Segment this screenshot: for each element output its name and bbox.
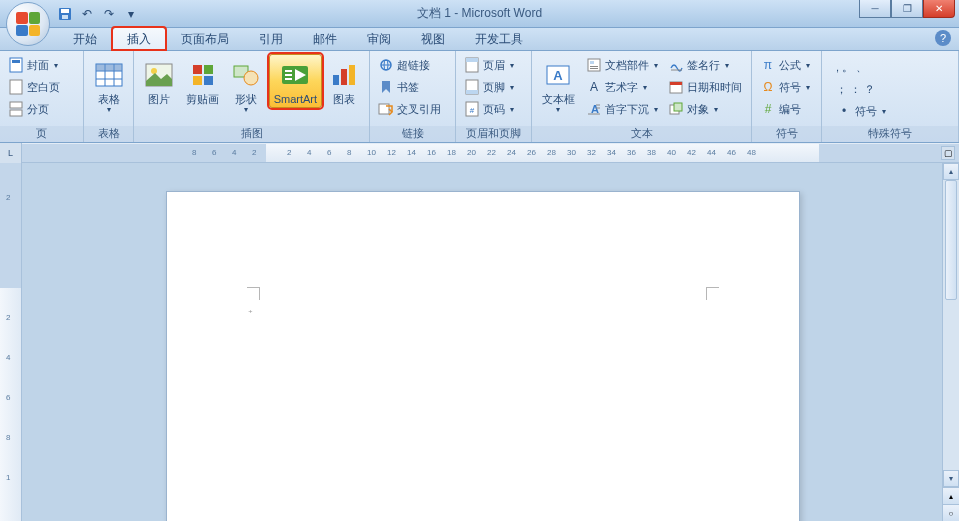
close-button[interactable]: ✕ xyxy=(923,0,955,18)
hyperlink-label: 超链接 xyxy=(397,58,430,73)
document-canvas[interactable]: ₊ xyxy=(22,163,959,521)
scroll-down-button[interactable]: ▾ xyxy=(943,470,959,487)
text-cursor: ₊ xyxy=(248,305,253,315)
sigline-button[interactable]: 签名行▾ xyxy=(664,54,746,76)
svg-text:A: A xyxy=(553,68,563,83)
title-bar: ↶ ↷ ▾ 文档 1 - Microsoft Word ─ ❐ ✕ xyxy=(0,0,959,28)
smartart-label: SmartArt xyxy=(274,93,317,105)
tab-references[interactable]: 引用 xyxy=(244,27,298,50)
pagenum-button[interactable]: # 页码▾ xyxy=(460,98,518,120)
crossref-icon xyxy=(378,101,394,117)
group-illustrations: 图片 剪贴画 形状 ▾ SmartArt 图表 插图 xyxy=(134,51,370,142)
vertical-ruler[interactable]: 224681 xyxy=(0,163,22,521)
tab-home[interactable]: 开始 xyxy=(58,27,112,50)
qat-save-button[interactable] xyxy=(56,5,74,23)
footer-button[interactable]: 页脚▾ xyxy=(460,76,518,98)
office-logo-icon xyxy=(16,12,40,36)
scroll-thumb[interactable] xyxy=(945,180,957,300)
svg-rect-7 xyxy=(10,110,22,116)
ribbon-tabs: 开始 插入 页面布局 引用 邮件 审阅 视图 开发工具 ? xyxy=(0,28,959,51)
help-button[interactable]: ? xyxy=(935,30,951,46)
header-button[interactable]: 页眉▾ xyxy=(460,54,518,76)
svg-rect-13 xyxy=(96,64,122,71)
tab-insert[interactable]: 插入 xyxy=(112,27,166,50)
symbol-button[interactable]: Ω 符号▾ xyxy=(756,76,814,98)
datetime-button[interactable]: 日期和时间 xyxy=(664,76,746,98)
hyperlink-button[interactable]: 超链接 xyxy=(374,54,445,76)
special-symbol-button[interactable]: • 符号▾ xyxy=(832,100,890,122)
svg-rect-6 xyxy=(10,102,22,108)
page-break-button[interactable]: 分页 xyxy=(4,98,64,120)
number-button[interactable]: # 编号 xyxy=(756,98,814,120)
picture-button[interactable]: 图片 xyxy=(138,54,179,108)
minimize-button[interactable]: ─ xyxy=(859,0,891,18)
shapes-button[interactable]: 形状 ▾ xyxy=(226,54,267,117)
window-title: 文档 1 - Microsoft Word xyxy=(417,5,542,22)
page[interactable]: ₊ xyxy=(166,191,800,521)
footer-label: 页脚 xyxy=(483,80,505,95)
special-preview-row2: ； ： ？ xyxy=(832,78,890,100)
dropcap-icon: A xyxy=(586,101,602,117)
blank-page-button[interactable]: 空白页 xyxy=(4,76,64,98)
ruler-toggle-button[interactable]: ▢ xyxy=(941,146,955,160)
dropcap-button[interactable]: A 首字下沉▾ xyxy=(582,98,662,120)
cover-page-button[interactable]: 封面▾ xyxy=(4,54,64,76)
tab-view[interactable]: 视图 xyxy=(406,27,460,50)
datetime-icon xyxy=(668,79,684,95)
chart-button[interactable]: 图表 xyxy=(324,54,365,108)
svg-rect-24 xyxy=(285,74,292,76)
qat-customize-button[interactable]: ▾ xyxy=(122,5,140,23)
browse-select-button[interactable]: ○ xyxy=(943,504,959,521)
svg-rect-44 xyxy=(590,68,598,69)
clipart-button[interactable]: 剪贴画 xyxy=(181,54,223,108)
textbox-icon: A xyxy=(542,59,574,91)
vertical-scrollbar[interactable]: ▴ ▾ ▴ ○ xyxy=(942,163,959,521)
group-headerfooter-label: 页眉和页脚 xyxy=(456,126,531,142)
page-break-icon xyxy=(8,101,24,117)
svg-rect-25 xyxy=(285,78,292,80)
smartart-button[interactable]: SmartArt xyxy=(269,54,322,108)
footer-icon xyxy=(464,79,480,95)
picture-icon xyxy=(143,59,175,91)
qat-undo-button[interactable]: ↶ xyxy=(78,5,96,23)
equation-button[interactable]: π 公式▾ xyxy=(756,54,814,76)
scroll-up-button[interactable]: ▴ xyxy=(943,163,959,180)
svg-rect-17 xyxy=(204,65,213,74)
bookmark-button[interactable]: 书签 xyxy=(374,76,445,98)
svg-rect-53 xyxy=(674,103,682,111)
svg-rect-16 xyxy=(193,65,202,74)
wordart-button[interactable]: A 艺术字▾ xyxy=(582,76,662,98)
maximize-button[interactable]: ❐ xyxy=(891,0,923,18)
pagenum-icon: # xyxy=(464,101,480,117)
svg-text:#: # xyxy=(470,106,475,115)
tab-selector[interactable]: L xyxy=(0,143,22,163)
object-button[interactable]: 对象▾ xyxy=(664,98,746,120)
blank-page-label: 空白页 xyxy=(27,80,60,95)
svg-rect-41 xyxy=(588,59,600,71)
tab-mailings[interactable]: 邮件 xyxy=(298,27,352,50)
symbol-label: 符号 xyxy=(779,80,801,95)
equation-icon: π xyxy=(760,57,776,73)
browse-prev-button[interactable]: ▴ xyxy=(943,487,959,504)
tab-developer[interactable]: 开发工具 xyxy=(460,27,538,50)
qat-redo-button[interactable]: ↷ xyxy=(100,5,118,23)
dropdown-arrow-icon: ▾ xyxy=(556,105,560,114)
group-special-label: 特殊符号 xyxy=(822,126,958,142)
svg-point-21 xyxy=(244,71,258,85)
window-controls: ─ ❐ ✕ xyxy=(859,0,955,18)
textbox-button[interactable]: A 文本框 ▾ xyxy=(536,54,580,117)
group-special: , 。 、 ； ： ？ • 符号▾ 特殊符号 xyxy=(822,51,959,142)
crossref-button[interactable]: 交叉引用 xyxy=(374,98,445,120)
group-pages: 封面▾ 空白页 分页 页 xyxy=(0,51,84,142)
tab-review[interactable]: 审阅 xyxy=(352,27,406,50)
svg-rect-27 xyxy=(341,69,347,85)
crossref-label: 交叉引用 xyxy=(397,102,441,117)
table-button[interactable]: 表格 ▾ xyxy=(88,54,129,117)
tab-page-layout[interactable]: 页面布局 xyxy=(166,27,244,50)
datetime-label: 日期和时间 xyxy=(687,80,742,95)
group-tables-label: 表格 xyxy=(84,126,133,142)
quickparts-button[interactable]: 文档部件▾ xyxy=(582,54,662,76)
svg-rect-26 xyxy=(333,75,339,85)
office-button[interactable] xyxy=(6,2,50,46)
horizontal-ruler[interactable]: 8642246810121416182022242628303234363840… xyxy=(22,144,959,162)
